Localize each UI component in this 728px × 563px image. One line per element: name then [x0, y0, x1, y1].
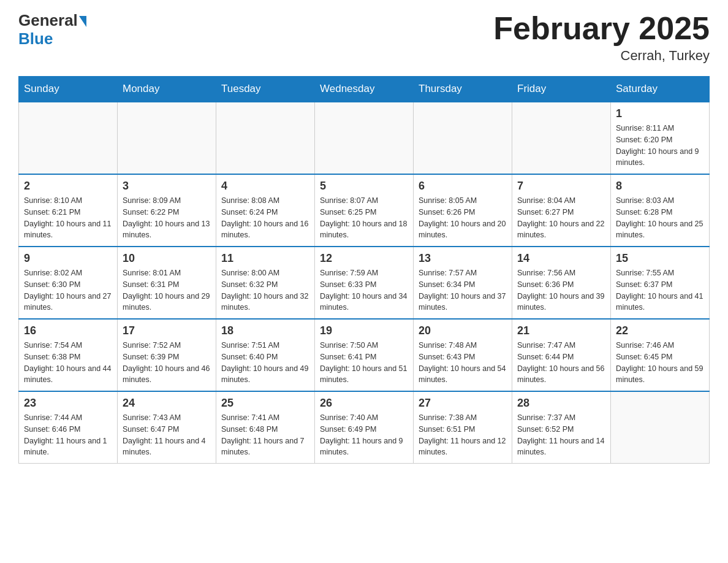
calendar-cell — [414, 102, 512, 174]
day-info: Sunrise: 8:09 AMSunset: 6:22 PMDaylight:… — [123, 195, 211, 241]
day-info: Sunrise: 8:02 AMSunset: 6:30 PMDaylight:… — [24, 267, 112, 313]
day-info: Sunrise: 8:03 AMSunset: 6:28 PMDaylight:… — [616, 195, 704, 241]
weekday-header-friday: Friday — [512, 77, 611, 102]
logo: General Blue — [18, 12, 86, 48]
calendar-table: SundayMondayTuesdayWednesdayThursdayFrid… — [18, 76, 710, 464]
day-number: 11 — [221, 252, 309, 265]
calendar-cell: 16Sunrise: 7:54 AMSunset: 6:38 PMDayligh… — [19, 319, 118, 391]
day-info: Sunrise: 8:07 AMSunset: 6:25 PMDaylight:… — [320, 195, 408, 241]
day-number: 24 — [123, 397, 211, 410]
week-row-2: 2Sunrise: 8:10 AMSunset: 6:21 PMDaylight… — [19, 174, 710, 247]
weekday-header-thursday: Thursday — [414, 77, 512, 102]
day-info: Sunrise: 7:37 AMSunset: 6:52 PMDaylight:… — [517, 412, 605, 458]
day-number: 15 — [616, 252, 704, 265]
weekday-header-sunday: Sunday — [19, 77, 118, 102]
calendar-cell: 20Sunrise: 7:48 AMSunset: 6:43 PMDayligh… — [414, 319, 512, 391]
calendar-cell: 9Sunrise: 8:02 AMSunset: 6:30 PMDaylight… — [19, 247, 118, 319]
day-info: Sunrise: 8:11 AMSunset: 6:20 PMDaylight:… — [616, 123, 704, 169]
logo-text: General — [18, 12, 86, 28]
title-area: February 2025 Cerrah, Turkey — [493, 12, 710, 64]
calendar-cell: 26Sunrise: 7:40 AMSunset: 6:49 PMDayligh… — [315, 391, 414, 464]
day-info: Sunrise: 8:05 AMSunset: 6:26 PMDaylight:… — [419, 195, 507, 241]
weekday-header-monday: Monday — [118, 77, 216, 102]
calendar-cell — [19, 102, 118, 174]
day-info: Sunrise: 7:52 AMSunset: 6:39 PMDaylight:… — [123, 340, 211, 386]
calendar-cell — [315, 102, 414, 174]
calendar-cell: 14Sunrise: 7:56 AMSunset: 6:36 PMDayligh… — [512, 247, 611, 319]
calendar-cell: 1Sunrise: 8:11 AMSunset: 6:20 PMDaylight… — [611, 102, 710, 174]
day-info: Sunrise: 7:44 AMSunset: 6:46 PMDaylight:… — [24, 412, 112, 458]
day-number: 2 — [24, 180, 112, 193]
weekday-header-tuesday: Tuesday — [216, 77, 315, 102]
calendar-cell: 21Sunrise: 7:47 AMSunset: 6:44 PMDayligh… — [512, 319, 611, 391]
month-title: February 2025 — [493, 12, 710, 44]
day-number: 27 — [419, 397, 507, 410]
day-info: Sunrise: 7:43 AMSunset: 6:47 PMDaylight:… — [123, 412, 211, 458]
calendar-cell: 22Sunrise: 7:46 AMSunset: 6:45 PMDayligh… — [611, 319, 710, 391]
day-number: 6 — [419, 180, 507, 193]
page-header: General Blue February 2025 Cerrah, Turke… — [18, 12, 710, 64]
calendar-cell: 12Sunrise: 7:59 AMSunset: 6:33 PMDayligh… — [315, 247, 414, 319]
calendar-cell: 17Sunrise: 7:52 AMSunset: 6:39 PMDayligh… — [118, 319, 216, 391]
week-row-3: 9Sunrise: 8:02 AMSunset: 6:30 PMDaylight… — [19, 247, 710, 319]
day-number: 1 — [616, 107, 704, 120]
day-number: 8 — [616, 180, 704, 193]
day-number: 20 — [419, 324, 507, 337]
calendar-cell: 19Sunrise: 7:50 AMSunset: 6:41 PMDayligh… — [315, 319, 414, 391]
day-number: 28 — [517, 397, 605, 410]
calendar-cell — [216, 102, 315, 174]
day-number: 7 — [517, 180, 605, 193]
day-number: 16 — [24, 324, 112, 337]
day-number: 3 — [123, 180, 211, 193]
day-info: Sunrise: 7:46 AMSunset: 6:45 PMDaylight:… — [616, 340, 704, 386]
day-number: 18 — [221, 324, 309, 337]
location: Cerrah, Turkey — [493, 48, 710, 64]
week-row-1: 1Sunrise: 8:11 AMSunset: 6:20 PMDaylight… — [19, 102, 710, 174]
calendar-cell: 3Sunrise: 8:09 AMSunset: 6:22 PMDaylight… — [118, 174, 216, 247]
day-number: 13 — [419, 252, 507, 265]
day-info: Sunrise: 7:48 AMSunset: 6:43 PMDaylight:… — [419, 340, 507, 386]
day-number: 26 — [320, 397, 408, 410]
day-info: Sunrise: 7:38 AMSunset: 6:51 PMDaylight:… — [419, 412, 507, 458]
calendar-cell: 5Sunrise: 8:07 AMSunset: 6:25 PMDaylight… — [315, 174, 414, 247]
day-info: Sunrise: 8:04 AMSunset: 6:27 PMDaylight:… — [517, 195, 605, 241]
calendar-cell: 11Sunrise: 8:00 AMSunset: 6:32 PMDayligh… — [216, 247, 315, 319]
day-info: Sunrise: 7:54 AMSunset: 6:38 PMDaylight:… — [24, 340, 112, 386]
calendar-cell: 27Sunrise: 7:38 AMSunset: 6:51 PMDayligh… — [414, 391, 512, 464]
weekday-header-wednesday: Wednesday — [315, 77, 414, 102]
logo-blue: Blue — [18, 29, 53, 48]
day-info: Sunrise: 7:59 AMSunset: 6:33 PMDaylight:… — [320, 267, 408, 313]
logo-arrow-icon — [79, 16, 86, 27]
logo-general: General — [18, 12, 78, 28]
calendar-cell: 2Sunrise: 8:10 AMSunset: 6:21 PMDaylight… — [19, 174, 118, 247]
day-info: Sunrise: 7:41 AMSunset: 6:48 PMDaylight:… — [221, 412, 309, 458]
day-number: 14 — [517, 252, 605, 265]
calendar-cell: 13Sunrise: 7:57 AMSunset: 6:34 PMDayligh… — [414, 247, 512, 319]
day-number: 4 — [221, 180, 309, 193]
calendar-cell: 24Sunrise: 7:43 AMSunset: 6:47 PMDayligh… — [118, 391, 216, 464]
day-number: 10 — [123, 252, 211, 265]
calendar-cell: 8Sunrise: 8:03 AMSunset: 6:28 PMDaylight… — [611, 174, 710, 247]
day-number: 17 — [123, 324, 211, 337]
day-info: Sunrise: 7:40 AMSunset: 6:49 PMDaylight:… — [320, 412, 408, 458]
calendar-cell: 23Sunrise: 7:44 AMSunset: 6:46 PMDayligh… — [19, 391, 118, 464]
calendar-cell: 28Sunrise: 7:37 AMSunset: 6:52 PMDayligh… — [512, 391, 611, 464]
calendar-cell: 25Sunrise: 7:41 AMSunset: 6:48 PMDayligh… — [216, 391, 315, 464]
day-number: 21 — [517, 324, 605, 337]
day-number: 9 — [24, 252, 112, 265]
day-info: Sunrise: 7:56 AMSunset: 6:36 PMDaylight:… — [517, 267, 605, 313]
day-number: 23 — [24, 397, 112, 410]
day-number: 5 — [320, 180, 408, 193]
calendar-cell: 4Sunrise: 8:08 AMSunset: 6:24 PMDaylight… — [216, 174, 315, 247]
day-number: 22 — [616, 324, 704, 337]
calendar-cell — [611, 391, 710, 464]
calendar-cell: 6Sunrise: 8:05 AMSunset: 6:26 PMDaylight… — [414, 174, 512, 247]
day-info: Sunrise: 7:50 AMSunset: 6:41 PMDaylight:… — [320, 340, 408, 386]
day-number: 25 — [221, 397, 309, 410]
day-info: Sunrise: 7:55 AMSunset: 6:37 PMDaylight:… — [616, 267, 704, 313]
week-row-4: 16Sunrise: 7:54 AMSunset: 6:38 PMDayligh… — [19, 319, 710, 391]
calendar-cell: 7Sunrise: 8:04 AMSunset: 6:27 PMDaylight… — [512, 174, 611, 247]
day-info: Sunrise: 8:08 AMSunset: 6:24 PMDaylight:… — [221, 195, 309, 241]
calendar-cell — [512, 102, 611, 174]
day-info: Sunrise: 7:57 AMSunset: 6:34 PMDaylight:… — [419, 267, 507, 313]
